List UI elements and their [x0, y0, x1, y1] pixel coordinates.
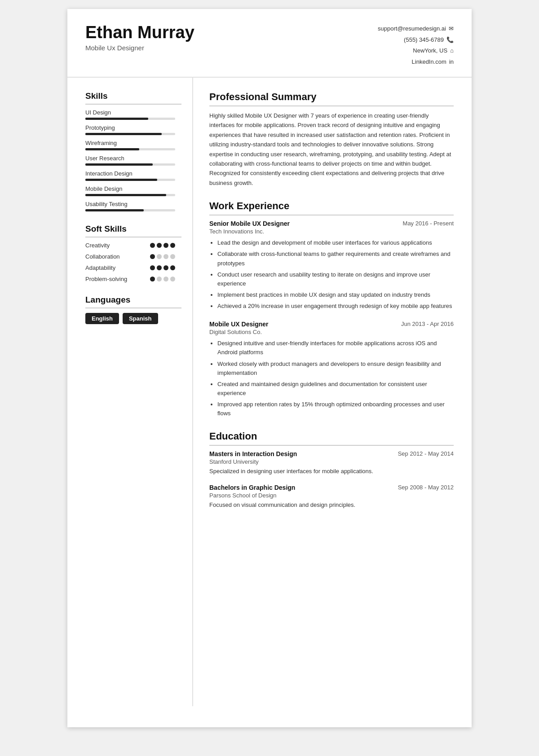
- language-tag: English: [85, 313, 119, 324]
- skill-bar-fill: [85, 209, 144, 211]
- dot-filled: [150, 243, 155, 248]
- job-bullet: Worked closely with product managers and…: [217, 360, 454, 378]
- soft-skill-item: Problem-solving: [85, 276, 175, 282]
- language-tags: EnglishSpanish: [85, 313, 181, 324]
- summary-section: Professional Summary Highly skilled Mobi…: [209, 91, 454, 188]
- work-section: Work Experience Senior Mobile UX Designe…: [209, 200, 454, 418]
- phone-text: (555) 345-6789: [404, 35, 444, 46]
- edu-header: Bachelors in Graphic Design Sep 2008 - M…: [209, 484, 454, 491]
- skill-bar-fill: [85, 118, 148, 120]
- edu-desc: Focused on visual communication and desi…: [209, 501, 454, 510]
- dots: [150, 277, 175, 281]
- skill-name: Mobile Design: [85, 185, 181, 192]
- edu-header: Masters in Interaction Design Sep 2012 -…: [209, 450, 454, 457]
- dot-empty: [163, 254, 168, 259]
- soft-skill-item: Collaboration: [85, 253, 175, 260]
- header-left: Ethan Murray Mobile Ux Designer: [85, 23, 194, 52]
- skill-bar-fill: [85, 179, 157, 181]
- soft-skill-name: Creativity: [85, 242, 110, 249]
- email-text: support@resumedesign.ai: [378, 23, 446, 35]
- dot-empty: [163, 277, 168, 281]
- skill-bar: [85, 133, 175, 135]
- location-icon: ⌂: [450, 45, 454, 57]
- languages-section: Languages EnglishSpanish: [85, 295, 181, 324]
- job-title: Senior Mobile UX Designer: [209, 220, 290, 227]
- resume-body: Skills UI Design Prototyping Wireframing…: [67, 78, 472, 706]
- skill-bar-fill: [85, 148, 139, 150]
- education-title: Education: [209, 431, 454, 446]
- skill-name: User Research: [85, 155, 181, 162]
- dot-empty: [157, 254, 162, 259]
- skill-name: Interaction Design: [85, 170, 181, 177]
- jobs-list: Senior Mobile UX Designer May 2016 - Pre…: [209, 220, 454, 418]
- skill-item: Mobile Design: [85, 185, 181, 196]
- soft-skill-name: Problem-solving: [85, 276, 127, 282]
- skill-bar-fill: [85, 194, 166, 196]
- job-bullet: Improved app retention rates by 15% thro…: [217, 400, 454, 418]
- skill-bar: [85, 148, 175, 150]
- skill-bar-fill: [85, 163, 153, 166]
- dot-empty: [157, 277, 162, 281]
- education-section: Education Masters in Interaction Design …: [209, 431, 454, 509]
- soft-skills-list: Creativity Collaboration Adaptability Pr…: [85, 242, 181, 282]
- resume-main: Professional Summary Highly skilled Mobi…: [193, 78, 472, 706]
- edu-desc: Specialized in designing user interfaces…: [209, 467, 454, 476]
- skills-title: Skills: [85, 91, 181, 105]
- soft-skills-title: Soft Skills: [85, 224, 181, 237]
- dot-empty: [170, 254, 175, 259]
- contact-phone-row: (555) 345-6789 📞: [378, 35, 454, 46]
- skill-bar-fill: [85, 133, 162, 135]
- job-bullet: Created and maintained design guidelines…: [217, 380, 454, 398]
- dot-filled: [163, 265, 168, 270]
- soft-skill-item: Creativity: [85, 242, 175, 249]
- edu-dates: Sep 2008 - May 2012: [398, 484, 454, 491]
- dot-filled: [150, 265, 155, 270]
- linkedin-icon: in: [449, 57, 454, 68]
- contact-location-row: NewYork, US ⌂: [378, 45, 454, 57]
- dots: [150, 265, 175, 270]
- resume-container: Ethan Murray Mobile Ux Designer support@…: [67, 9, 472, 727]
- job-dates: Jun 2013 - Apr 2016: [401, 321, 454, 327]
- skill-item: UI Design: [85, 109, 181, 120]
- job-title: Mobile UX Designer: [209, 321, 268, 328]
- edu-degree: Bachelors in Graphic Design: [209, 484, 295, 491]
- resume-header: Ethan Murray Mobile Ux Designer support@…: [67, 9, 472, 78]
- contact-email-row: support@resumedesign.ai ✉: [378, 23, 454, 35]
- skill-item: Interaction Design: [85, 170, 181, 181]
- job-bullet: Collaborate with cross-functional teams …: [217, 250, 454, 268]
- work-title: Work Experience: [209, 200, 454, 215]
- skill-name: Usability Testing: [85, 201, 181, 207]
- dot-filled: [170, 265, 175, 270]
- skill-name: Wireframing: [85, 140, 181, 146]
- phone-icon: 📞: [446, 35, 454, 46]
- job-dates: May 2016 - Present: [403, 220, 454, 227]
- skill-item: Prototyping: [85, 124, 181, 135]
- resume-sidebar: Skills UI Design Prototyping Wireframing…: [67, 78, 193, 706]
- job-header: Mobile UX Designer Jun 2013 - Apr 2016: [209, 321, 454, 328]
- soft-skill-name: Collaboration: [85, 253, 120, 260]
- contact-linkedin-row: LinkedIn.com in: [378, 57, 454, 68]
- job-bullet: Designed intuitive and user-friendly int…: [217, 339, 454, 357]
- job-bullet: Achieved a 20% increase in user engageme…: [217, 302, 454, 311]
- job-company: Tech Innovations Inc.: [209, 228, 454, 235]
- job-bullets: Designed intuitive and user-friendly int…: [209, 339, 454, 418]
- edu-degree: Masters in Interaction Design: [209, 450, 297, 457]
- dot-filled: [157, 243, 162, 248]
- language-tag: Spanish: [123, 313, 158, 324]
- candidate-name: Ethan Murray: [85, 23, 194, 42]
- languages-title: Languages: [85, 295, 181, 308]
- job-bullet: Implement best practices in mobile UX de…: [217, 290, 454, 299]
- job-item: Senior Mobile UX Designer May 2016 - Pre…: [209, 220, 454, 311]
- location-text: NewYork, US: [413, 45, 447, 57]
- edu-school: Parsons School of Design: [209, 492, 454, 499]
- education-item: Bachelors in Graphic Design Sep 2008 - M…: [209, 484, 454, 510]
- soft-skill-item: Adaptability: [85, 264, 175, 271]
- skill-item: User Research: [85, 155, 181, 166]
- dot-filled: [157, 265, 162, 270]
- job-bullet: Conduct user research and usability test…: [217, 270, 454, 288]
- soft-skills-section: Soft Skills Creativity Collaboration Ada…: [85, 224, 181, 282]
- dots: [150, 254, 175, 259]
- summary-text: Highly skilled Mobile UX Designer with 7…: [209, 111, 454, 188]
- skill-item: Usability Testing: [85, 201, 181, 211]
- skill-name: Prototyping: [85, 124, 181, 131]
